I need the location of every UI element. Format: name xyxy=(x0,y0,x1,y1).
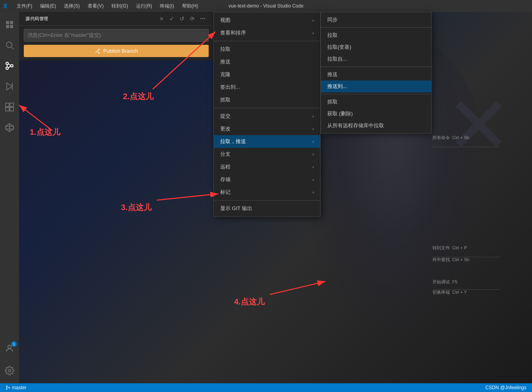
activity-search[interactable] xyxy=(0,36,19,55)
menu-item-fetch[interactable]: 抓取 xyxy=(214,94,320,106)
menu-item-checkout[interactable]: 签出到... xyxy=(214,81,320,94)
svg-point-23 xyxy=(8,369,11,372)
menu-help[interactable]: 帮助(H) xyxy=(178,0,202,12)
statusbar-attribution: CSDN @Jnfeelings xyxy=(483,385,529,390)
menu-run[interactable]: 运行(R) xyxy=(132,0,156,12)
svg-point-33 xyxy=(9,387,10,388)
activitybar: 1 xyxy=(0,12,19,383)
menu-item-branch-label: 分支 xyxy=(220,151,230,158)
menu-item-push[interactable]: 推送 xyxy=(214,55,320,68)
menu-item-show-git-output[interactable]: 显示 GIT 输出 xyxy=(214,202,320,215)
svg-line-5 xyxy=(12,47,13,49)
scm-title: 源代码管理 xyxy=(25,16,48,22)
svg-rect-0 xyxy=(6,21,9,24)
svg-marker-12 xyxy=(7,83,12,90)
publish-btn-label: Publish Branch xyxy=(103,48,138,54)
activity-explorer[interactable] xyxy=(0,15,19,34)
chevron-right-icon: › xyxy=(313,152,314,157)
chevron-right-icon: › xyxy=(313,178,314,182)
menu-item-tags[interactable]: 标记 › xyxy=(214,186,320,199)
activity-settings[interactable] xyxy=(0,361,19,380)
menu-item-changes[interactable]: 更改 › xyxy=(214,122,320,135)
menu-item-commit-label: 提交 xyxy=(220,113,230,120)
menu-item-remote-label: 远程 xyxy=(220,163,230,170)
sub-menu-separator-3 xyxy=(321,94,431,94)
menu-item-stash[interactable]: 存储 › xyxy=(214,173,320,186)
menu-item-clone[interactable]: 克隆 xyxy=(214,68,320,81)
activity-remote[interactable] xyxy=(0,118,19,137)
sub-menu-fetch-prune[interactable]: 获取 (删除) xyxy=(321,108,431,120)
titlebar: X 文件(F) 编辑(E) 选择(S) 查看(V) 转到(G) 运行(R) 终端… xyxy=(0,0,532,12)
chevron-right-icon: › xyxy=(313,190,314,195)
scm-actions: ≡ ✓ ↺ ⟳ ··· xyxy=(157,14,207,23)
sub-menu-push-to[interactable]: 推送到... xyxy=(321,80,431,92)
sub-menu-push[interactable]: 推送 xyxy=(321,69,431,80)
scm-message-box[interactable]: 消息(Ctrl+Enter 在"master"提交) xyxy=(24,29,209,42)
menu-item-pull-push-label: 拉取，推送 xyxy=(220,138,246,145)
publish-branch-button[interactable]: Publish Branch xyxy=(24,45,209,57)
svg-point-31 xyxy=(6,386,8,387)
menu-item-changes-label: 更改 xyxy=(220,125,230,132)
sub-menu-sync-label: 同步 xyxy=(327,16,338,23)
sub-menu-sync[interactable]: 同步 xyxy=(321,14,431,26)
menu-item-sort[interactable]: 查看和排序 › xyxy=(214,27,320,39)
sub-menu-pull-from[interactable]: 拉取自... xyxy=(321,53,431,65)
scm-undo-btn[interactable]: ↺ xyxy=(178,14,186,23)
menu-item-commit[interactable]: 提交 › xyxy=(214,110,320,122)
sub-menu-pull-rebase[interactable]: 拉取(变基) xyxy=(321,41,431,53)
scm-menu-btn[interactable]: ≡ xyxy=(157,14,166,23)
scm-more-btn[interactable]: ··· xyxy=(198,14,207,23)
activity-extensions[interactable] xyxy=(0,98,19,117)
menu-item-show-git-output-label: 显示 GIT 输出 xyxy=(220,205,252,212)
chevron-right-icon: › xyxy=(313,140,314,144)
menu-select[interactable]: 选择(S) xyxy=(60,0,84,12)
activity-account[interactable]: 1 xyxy=(0,339,19,358)
svg-rect-17 xyxy=(10,107,13,111)
statusbar-branch[interactable]: master xyxy=(3,385,29,390)
menu-file[interactable]: 文件(F) xyxy=(13,0,36,12)
menu-item-pull[interactable]: 拉取 xyxy=(214,43,320,55)
chevron-right-icon: › xyxy=(313,31,314,35)
menu-separator-1 xyxy=(214,41,320,41)
sub-menu-pull-rebase-label: 拉取(变基) xyxy=(327,44,351,51)
svg-point-22 xyxy=(8,345,11,348)
svg-point-32 xyxy=(6,388,8,390)
sub-menu-separator-2 xyxy=(321,67,431,67)
account-badge: 1 xyxy=(11,341,17,347)
svg-point-6 xyxy=(6,62,8,65)
chevron-right-icon: › xyxy=(313,127,314,131)
menu-item-pull-push[interactable]: 拉取，推送 › xyxy=(214,135,320,148)
chevron-right-icon: › xyxy=(313,165,314,169)
svg-rect-14 xyxy=(6,103,9,107)
sub-menu-separator-1 xyxy=(321,27,431,28)
menu-item-view[interactable]: 视图 › xyxy=(214,14,320,27)
statusbar: master CSDN @Jnfeelings xyxy=(0,383,532,392)
scm-commit-btn[interactable]: ✓ xyxy=(167,14,176,23)
sub-menu-pull-from-all[interactable]: 从所有远程存储库中拉取 xyxy=(321,120,431,132)
sub-menu-fetch-prune-label: 获取 (删除) xyxy=(327,110,353,117)
menu-separator-2 xyxy=(214,108,320,108)
svg-line-10 xyxy=(8,64,11,65)
sub-menu-fetch[interactable]: 抓取 xyxy=(321,96,431,108)
svg-rect-15 xyxy=(10,103,13,107)
window-title: vue-text-demo - Visual Studio Code xyxy=(229,3,303,9)
sub-menu-pull-from-label: 拉取自... xyxy=(327,55,347,63)
menu-item-branch[interactable]: 分支 › xyxy=(214,148,320,161)
activity-scm[interactable] xyxy=(0,56,19,75)
sub-menu-pull-from-all-label: 从所有远程存储库中拉取 xyxy=(327,122,384,129)
menu-terminal[interactable]: 终端(I) xyxy=(156,0,178,12)
chevron-right-icon: › xyxy=(313,18,314,23)
scm-panel: 源代码管理 ≡ ✓ ↺ ⟳ ··· 消息(Ctrl+Enter 在"master… xyxy=(19,12,213,60)
menu-item-stash-label: 存储 xyxy=(220,176,230,183)
menu-goto[interactable]: 转到(G) xyxy=(108,0,132,12)
menu-separator-3 xyxy=(214,200,320,201)
svg-line-11 xyxy=(8,66,11,68)
scm-refresh-btn[interactable]: ⟳ xyxy=(188,14,197,23)
menu-item-remote[interactable]: 远程 › xyxy=(214,161,320,173)
vscode-icon: X xyxy=(3,3,10,9)
menu-view[interactable]: 查看(V) xyxy=(84,0,108,12)
svg-rect-16 xyxy=(6,107,9,111)
sub-menu-pull[interactable]: 拉取 xyxy=(321,29,431,41)
menu-edit[interactable]: 编辑(E) xyxy=(36,0,60,12)
activity-run[interactable] xyxy=(0,77,19,96)
